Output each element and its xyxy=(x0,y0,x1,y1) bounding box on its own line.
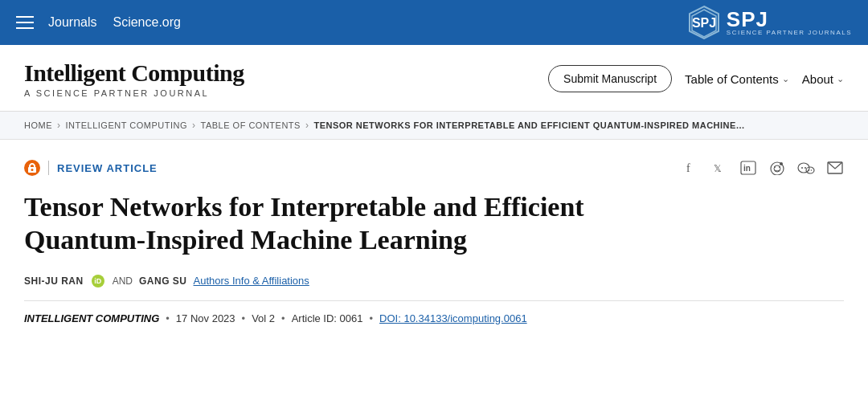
pub-journal: INTELLIGENT COMPUTING xyxy=(24,312,159,324)
top-navigation: Journals Science.org SPJ SPJ SCIENCE PAR… xyxy=(0,0,868,45)
linkedin-share-icon[interactable]: in xyxy=(739,159,757,177)
wechat-share-icon[interactable] xyxy=(797,159,815,177)
journal-title: Intelligent Computing xyxy=(24,59,548,86)
about-nav[interactable]: About ⌄ xyxy=(802,72,844,86)
svg-point-12 xyxy=(779,166,780,168)
breadcrumb-article: TENSOR NETWORKS FOR INTERPRETABLE AND EF… xyxy=(313,120,744,130)
svg-text:SPJ: SPJ xyxy=(692,16,716,30)
svg-point-4 xyxy=(31,169,34,171)
journal-nav: Submit Manuscript Table of Contents ⌄ Ab… xyxy=(548,65,844,92)
breadcrumb-sep-1: › xyxy=(57,120,61,131)
share-icons-row: f 𝕏 in xyxy=(682,159,844,177)
reddit-share-icon[interactable] xyxy=(768,159,786,177)
svg-point-15 xyxy=(806,167,814,173)
pub-dot-4: • xyxy=(370,312,374,324)
svg-point-16 xyxy=(801,167,803,169)
pub-article-id: Article ID: 0061 xyxy=(292,312,363,324)
breadcrumb-toc[interactable]: TABLE OF CONTENTS xyxy=(200,120,300,130)
about-label: About xyxy=(802,72,833,86)
orcid-badge-author-1[interactable]: iD xyxy=(92,275,104,287)
spj-big-label: SPJ xyxy=(727,9,852,30)
open-access-icon xyxy=(24,160,40,176)
svg-point-11 xyxy=(774,166,776,168)
journal-subtitle: A SCIENCE PARTNER JOURNAL xyxy=(24,88,548,98)
breadcrumb-sep-2: › xyxy=(192,120,196,131)
journal-header: Intelligent Computing A SCIENCE PARTNER … xyxy=(0,45,868,112)
spj-hexagon-icon: SPJ xyxy=(686,5,722,40)
breadcrumb-sep-3: › xyxy=(305,120,309,131)
pub-dot-1: • xyxy=(166,312,170,324)
authors-info-affiliations-link[interactable]: Authors Info & Affiliations xyxy=(194,275,309,287)
article-type-label: REVIEW ARTICLE xyxy=(57,162,158,174)
svg-text:𝕏: 𝕏 xyxy=(714,163,722,174)
spj-small-label: SCIENCE PARTNER JOURNALS xyxy=(727,30,852,36)
hamburger-menu-button[interactable] xyxy=(16,16,34,29)
open-access-symbol xyxy=(27,162,38,173)
author-1-name: SHI-JU RAN xyxy=(24,275,84,287)
top-nav-links: Journals Science.org xyxy=(48,15,686,30)
svg-point-18 xyxy=(809,169,810,171)
pub-doi-link[interactable]: DOI: 10.34133/icomputing.0061 xyxy=(379,312,527,324)
spj-brand-text: SPJ SCIENCE PARTNER JOURNALS xyxy=(727,9,852,36)
table-of-contents-label: Table of Contents xyxy=(685,72,779,86)
author-2-name: GANG SU xyxy=(139,275,187,287)
svg-text:f: f xyxy=(686,162,690,174)
article-title: Tensor Networks for Interpretable and Ef… xyxy=(24,191,651,257)
article-meta-row: REVIEW ARTICLE f 𝕏 in xyxy=(24,159,844,177)
breadcrumb: HOME › INTELLIGENT COMPUTING › TABLE OF … xyxy=(0,112,868,140)
facebook-share-icon[interactable]: f xyxy=(682,159,699,177)
svg-point-19 xyxy=(811,169,813,171)
about-chevron-icon: ⌄ xyxy=(837,74,844,84)
publication-info-row: INTELLIGENT COMPUTING • 17 Nov 2023 • Vo… xyxy=(24,300,844,324)
breadcrumb-home[interactable]: HOME xyxy=(24,120,52,130)
article-type-row: REVIEW ARTICLE xyxy=(24,160,158,176)
spj-logo: SPJ SPJ SCIENCE PARTNER JOURNALS xyxy=(686,5,852,40)
breadcrumb-intelligent-computing[interactable]: INTELLIGENT COMPUTING xyxy=(66,120,187,130)
svg-text:in: in xyxy=(743,164,751,173)
submit-manuscript-button[interactable]: Submit Manuscript xyxy=(548,65,672,92)
svg-point-13 xyxy=(780,162,783,165)
pub-date: 17 Nov 2023 xyxy=(176,312,235,324)
authors-separator: AND xyxy=(113,275,133,287)
journals-link[interactable]: Journals xyxy=(48,15,96,30)
pub-vol: Vol 2 xyxy=(252,312,275,324)
email-share-icon[interactable] xyxy=(826,159,844,177)
authors-row: SHI-JU RAN iD AND GANG SU Authors Info &… xyxy=(24,275,844,287)
pub-dot-3: • xyxy=(281,312,285,324)
svg-point-17 xyxy=(805,167,806,169)
pub-dot-2: • xyxy=(242,312,246,324)
science-org-link[interactable]: Science.org xyxy=(113,15,181,30)
twitter-share-icon[interactable]: 𝕏 xyxy=(710,159,728,177)
type-divider xyxy=(48,161,49,175)
table-of-contents-nav[interactable]: Table of Contents ⌄ xyxy=(685,72,789,86)
table-of-contents-chevron-icon: ⌄ xyxy=(782,74,789,84)
journal-brand: Intelligent Computing A SCIENCE PARTNER … xyxy=(24,59,548,98)
article-main: REVIEW ARTICLE f 𝕏 in xyxy=(0,140,868,340)
